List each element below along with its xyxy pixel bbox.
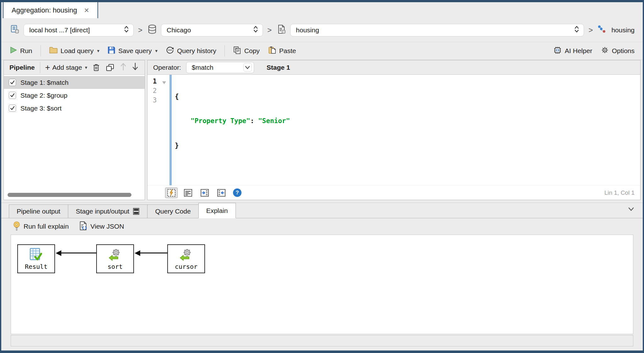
line-number: 1: [147, 77, 162, 86]
save-query-button[interactable]: Save query ▾: [108, 46, 158, 56]
stage-1-checkbox[interactable]: [9, 79, 16, 86]
duplicate-icon: [105, 63, 115, 72]
tab-stage-input-output[interactable]: Stage input/output: [68, 204, 147, 218]
line-number-gutter: 1 2 3: [147, 75, 162, 185]
format-lightning-icon: [167, 189, 176, 197]
editor-selection-strip: [169, 75, 172, 185]
stage-label: Stage 2: $group: [20, 92, 67, 99]
load-query-label: Load query: [61, 47, 94, 55]
align-text-button[interactable]: [182, 187, 194, 198]
code-line-2: "Property Type": "Senior": [175, 116, 640, 126]
gear-arrow-icon: [179, 247, 193, 262]
query-history-button[interactable]: Query history: [166, 46, 216, 56]
gear-arrow-icon: [108, 247, 122, 262]
run-full-explain-button[interactable]: Run full explain: [13, 221, 69, 232]
move-stage-down-button[interactable]: [132, 62, 139, 73]
save-icon: [108, 46, 115, 56]
arrow-down-icon: [132, 62, 139, 73]
load-query-button[interactable]: Load query ▾: [49, 46, 100, 56]
gear-icon: [601, 46, 609, 56]
stage-2-checkbox[interactable]: [9, 92, 16, 99]
collection-icon: [276, 24, 287, 36]
toolbar-separator: [41, 45, 41, 57]
view-json-button[interactable]: View JSON: [79, 221, 124, 232]
indent-button[interactable]: [198, 187, 211, 198]
collection-select[interactable]: housing: [290, 24, 584, 36]
horizontal-scrollbar[interactable]: [8, 193, 131, 197]
stage-editor-panel: Operator: $match Stage 1 1 2 3: [147, 60, 641, 200]
delete-stage-button[interactable]: [92, 63, 100, 72]
cursor-position-status: Lin 1, Col 1: [604, 189, 635, 196]
add-stage-button[interactable]: + Add stage ▾: [45, 64, 87, 71]
tab-label: Pipeline output: [17, 208, 60, 215]
outdent-button[interactable]: [215, 187, 228, 198]
explain-status-strip: [11, 335, 633, 346]
duplicate-stage-button[interactable]: [105, 63, 115, 72]
tab-label: Query Code: [155, 208, 191, 215]
updown-chevron-icon: [574, 25, 580, 35]
toolbar-separator: [225, 45, 225, 57]
help-button[interactable]: ?: [233, 188, 242, 197]
stage-row-3[interactable]: Stage 3: $sort: [4, 102, 145, 115]
tab-explain[interactable]: Explain: [198, 203, 236, 218]
explain-node-result[interactable]: Result: [17, 244, 55, 273]
arrow-up-icon: [120, 62, 127, 73]
add-stage-label: Add stage: [52, 64, 82, 71]
breadcrumb-separator: >: [137, 26, 143, 35]
explain-toolbar: Run full explain View JSON: [1, 218, 643, 235]
ai-helper-button[interactable]: AI Helper: [553, 46, 592, 56]
copy-button[interactable]: Copy: [233, 46, 260, 56]
copy-label: Copy: [244, 47, 260, 55]
align-lines-icon: [184, 189, 192, 197]
caret-down-icon: ▾: [85, 65, 87, 70]
chevron-down-icon: [243, 63, 252, 72]
close-icon[interactable]: ✕: [84, 7, 89, 14]
fold-triangle-icon: [162, 81, 166, 84]
explain-node-sort[interactable]: sort: [96, 244, 134, 273]
stage-row-1[interactable]: Stage 1: $match: [4, 76, 145, 89]
stage-list: Stage 1: $match Stage 2: $group Stage 3:…: [4, 75, 145, 191]
save-query-label: Save query: [118, 47, 152, 55]
fold-gutter[interactable]: [162, 75, 169, 185]
format-code-button[interactable]: [165, 187, 178, 198]
pipeline-hscroll-zone: [4, 191, 145, 200]
run-label: Run: [20, 47, 32, 55]
code-editor[interactable]: 1 2 3 { "Property Type": "Senior" }: [147, 75, 640, 185]
collapse-panel-button[interactable]: [627, 206, 635, 214]
collection-select-value: housing: [296, 26, 319, 34]
pipeline-title: Pipeline: [9, 64, 35, 71]
database-select[interactable]: Chicago: [161, 24, 263, 36]
app-window: Aggregation: housing ✕ local host ...7 […: [0, 0, 644, 353]
plus-icon: +: [45, 64, 50, 71]
explain-node-cursor[interactable]: cursor: [167, 244, 205, 273]
code-text[interactable]: { "Property Type": "Senior" }: [172, 75, 640, 185]
line-number: 3: [147, 95, 162, 105]
run-button[interactable]: Run: [9, 46, 32, 56]
stage-label: Stage 3: $sort: [20, 105, 62, 112]
connection-bar: local host ...7 [direct] > Chicago >: [1, 18, 643, 42]
code-field: "Property Type": [191, 117, 250, 125]
tab-pipeline-output[interactable]: Pipeline output: [9, 204, 68, 218]
node-label: Result: [25, 263, 47, 270]
trash-icon: [92, 63, 100, 72]
header-separator: [40, 62, 40, 73]
explain-diagram-canvas: Result sort: [11, 235, 633, 334]
copy-icon: [233, 46, 242, 56]
server-select[interactable]: local host ...7 [direct]: [24, 24, 134, 36]
outdent-left-icon: [217, 189, 226, 197]
ai-helper-label: AI Helper: [565, 47, 592, 55]
options-button[interactable]: Options: [601, 46, 635, 56]
tab-aggregation-housing[interactable]: Aggregation: housing ✕: [3, 2, 98, 18]
connector-line: [61, 253, 96, 253]
paste-button[interactable]: Paste: [268, 46, 296, 56]
operator-select[interactable]: $match: [186, 62, 254, 73]
stage-row-2[interactable]: Stage 2: $group: [4, 89, 145, 102]
stage-label: Stage 1: $match: [20, 79, 69, 86]
stage-3-checkbox[interactable]: [9, 105, 16, 112]
tab-label: Stage input/output: [76, 208, 129, 215]
move-stage-up-button[interactable]: [120, 62, 127, 73]
pipeline-panel: Pipeline + Add stage ▾: [3, 60, 145, 200]
code-value: "Senior": [258, 117, 290, 125]
tab-query-code[interactable]: Query Code: [147, 204, 198, 218]
database-icon: [147, 24, 158, 36]
